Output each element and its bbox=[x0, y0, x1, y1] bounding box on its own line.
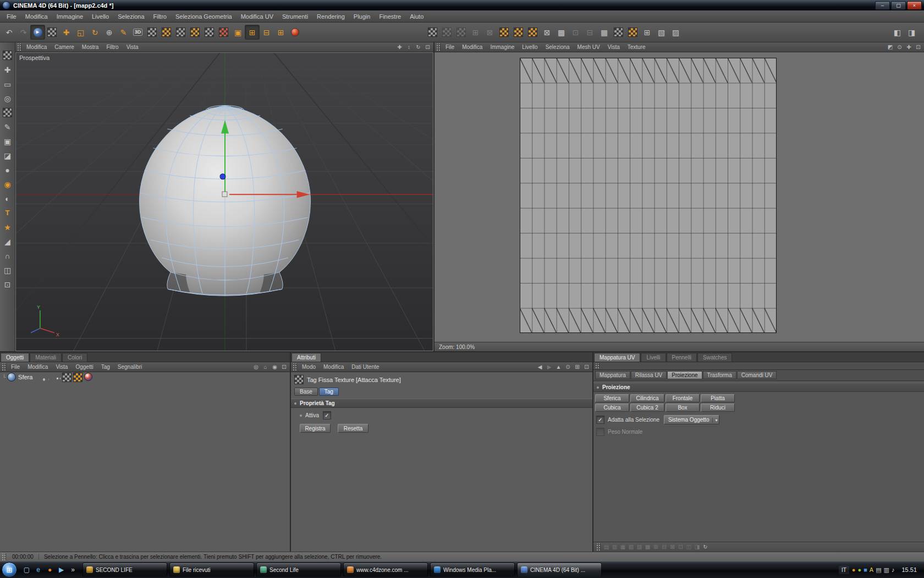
uv-expand-icon[interactable]: ▩ bbox=[554, 25, 568, 39]
tab-colori[interactable]: Colori bbox=[62, 353, 87, 362]
pan-uv-icon[interactable]: ✚ bbox=[905, 43, 913, 51]
nav-back-icon[interactable]: ◀ bbox=[536, 363, 544, 371]
redo-icon[interactable]: ↷ bbox=[16, 25, 30, 39]
viewport-canvas[interactable]: Prospettiva bbox=[15, 52, 433, 351]
cubica-2-button[interactable]: Cubica 2 bbox=[630, 403, 664, 412]
task-file-ricevuti[interactable]: File ricevuti bbox=[169, 563, 254, 577]
crop-tool-icon[interactable]: ◫ bbox=[1, 264, 14, 276]
texture-paint-icon[interactable] bbox=[145, 25, 159, 39]
menu-item[interactable]: Finestre bbox=[375, 12, 405, 21]
uv-menu-item[interactable]: Texture bbox=[624, 44, 650, 50]
menu-item[interactable]: Strumenti bbox=[278, 12, 312, 21]
eraser-tool-icon[interactable]: ◪ bbox=[1, 149, 14, 162]
menu-item[interactable]: Filtro bbox=[149, 12, 171, 21]
taskbar-clock[interactable]: 15.51 bbox=[897, 566, 920, 573]
pan-view-icon[interactable]: ✚ bbox=[395, 43, 404, 51]
pattern-stamp-icon[interactable] bbox=[1, 106, 14, 119]
dock-icon[interactable]: ⊡ bbox=[280, 363, 288, 371]
star-shape-icon[interactable]: ★ bbox=[1, 221, 14, 233]
zoom-tool-icon[interactable]: ◎ bbox=[1, 92, 14, 105]
tray-language-icon[interactable]: A bbox=[870, 566, 873, 573]
uv-cmd-e-icon[interactable]: ▨ bbox=[635, 543, 644, 551]
uv-select-poly-icon[interactable] bbox=[497, 25, 511, 39]
frontale-button[interactable]: Frontale bbox=[666, 394, 700, 402]
layout-quad-view-icon[interactable]: ⊞ bbox=[274, 25, 288, 39]
menu-item[interactable]: Aiuto bbox=[405, 12, 428, 21]
box-button[interactable]: Box bbox=[666, 403, 700, 412]
coord-system-icon[interactable]: ⊕ bbox=[102, 25, 116, 39]
rotate-view-icon[interactable]: ↻ bbox=[414, 43, 422, 51]
viewport-menu-item[interactable]: Modifica bbox=[23, 44, 51, 50]
tab-livelli[interactable]: Livelli bbox=[641, 353, 666, 362]
clone-stamp-icon[interactable]: ▣ bbox=[1, 135, 14, 148]
uv-cmd-d-icon[interactable]: ▧ bbox=[627, 543, 635, 551]
object-menu-item[interactable]: File bbox=[7, 364, 24, 370]
object-menu-item[interactable]: Vista bbox=[52, 364, 72, 370]
paint-wizard-icon[interactable] bbox=[174, 25, 188, 39]
tab-swatches[interactable]: Swatches bbox=[697, 353, 732, 362]
uv-refresh-icon[interactable]: ↻ bbox=[701, 543, 710, 551]
tab-base[interactable]: Base bbox=[294, 388, 318, 396]
menu-item[interactable]: Seleziona Geometria bbox=[171, 12, 237, 21]
dock-icon[interactable]: ⊡ bbox=[582, 363, 591, 371]
nav-up-icon[interactable]: ▲ bbox=[554, 363, 563, 371]
ink-drop-icon[interactable]: ● bbox=[1, 163, 14, 176]
viewport-menu-item[interactable]: Mostra bbox=[78, 44, 103, 50]
cmd-comandi-uv[interactable]: Comandi UV bbox=[737, 371, 777, 379]
cilindrica-button[interactable]: Cilindrica bbox=[630, 394, 664, 402]
texture-tag-icon[interactable] bbox=[84, 373, 92, 381]
show-desktop-icon[interactable]: ▢ bbox=[21, 565, 32, 575]
object-menu-item[interactable]: Tag bbox=[97, 364, 114, 370]
sferica-button[interactable]: Sferica bbox=[595, 394, 629, 402]
paint-brush-icon[interactable]: ✎ bbox=[117, 25, 130, 39]
menu-item[interactable]: Rendering bbox=[312, 12, 349, 21]
uv-cmd-f-icon[interactable]: ▩ bbox=[644, 543, 652, 551]
maximize-button[interactable]: ▢ bbox=[891, 1, 906, 10]
uv-cmd-c-icon[interactable]: ▦ bbox=[619, 543, 627, 551]
uv-relax-tool-icon[interactable] bbox=[440, 25, 454, 39]
object-row-sfera[interactable]: └ Sfera bbox=[0, 372, 290, 382]
firefox-icon[interactable]: ● bbox=[45, 565, 55, 575]
uv-invert-icon[interactable]: ⊠ bbox=[540, 25, 554, 39]
task-cinema4d[interactable]: CINEMA 4D (64 Bit) ... bbox=[517, 563, 602, 577]
tab-tag[interactable]: Tag bbox=[319, 388, 339, 396]
lock-icon[interactable]: ⊙ bbox=[564, 363, 572, 371]
nav-forward-icon[interactable]: ▶ bbox=[545, 363, 553, 371]
language-indicator[interactable]: IT bbox=[839, 566, 849, 574]
uv-cmd-h-icon[interactable]: ⊟ bbox=[660, 543, 668, 551]
uv-menu-item[interactable]: Vista bbox=[604, 44, 624, 50]
multibrush-icon[interactable] bbox=[160, 25, 173, 39]
zoom-view-icon[interactable]: ↕ bbox=[405, 43, 413, 51]
uvw-tag-icon[interactable] bbox=[62, 373, 72, 382]
panel-grip[interactable] bbox=[595, 363, 600, 368]
search-icon[interactable]: ◎ bbox=[252, 363, 260, 371]
uv-mesh-icon[interactable] bbox=[426, 25, 439, 39]
menu-item[interactable]: Plugin bbox=[349, 12, 375, 21]
tray-keyboard-icon[interactable]: ▤ bbox=[876, 566, 881, 574]
scale-icon[interactable]: ◱ bbox=[74, 25, 87, 39]
uv-checker-b-icon[interactable] bbox=[626, 25, 640, 39]
resetta-button[interactable]: Resetta bbox=[338, 424, 369, 433]
uv-menu-item[interactable]: File bbox=[442, 44, 458, 50]
snapshot-a-icon[interactable]: ◧ bbox=[890, 25, 904, 39]
menu-item[interactable]: Livello bbox=[87, 12, 113, 21]
colors-icon[interactable] bbox=[217, 25, 230, 39]
visibility-icon[interactable]: ◉ bbox=[271, 363, 279, 371]
cmd-mappatura[interactable]: Mappatura bbox=[595, 371, 630, 379]
uv-menu-item[interactable]: Immagine bbox=[486, 44, 518, 50]
uv-menu-item[interactable]: Mesh UV bbox=[574, 44, 604, 50]
menu-item[interactable]: Modifica bbox=[21, 12, 52, 21]
rect-select-icon[interactable]: ▭ bbox=[1, 78, 14, 90]
menu-item[interactable]: Immagine bbox=[52, 12, 87, 21]
uv-cmd-b-icon[interactable]: ▥ bbox=[610, 543, 619, 551]
pencil-tool-icon[interactable]: ✎ bbox=[1, 121, 14, 133]
cmd-trasforma[interactable]: Trasforma bbox=[703, 371, 736, 379]
undo-icon[interactable]: ↶ bbox=[2, 25, 16, 39]
cubica-button[interactable]: Cubica bbox=[595, 403, 629, 412]
uv-pin-icon[interactable]: ⊡ bbox=[569, 25, 582, 39]
raybrush-icon[interactable] bbox=[202, 25, 216, 39]
sistema-oggetto-dropdown[interactable]: Sistema Oggetto bbox=[664, 415, 720, 424]
maximize-uv-icon[interactable]: ⊡ bbox=[914, 43, 922, 51]
airbrush-icon[interactable]: ◉ bbox=[1, 178, 14, 190]
rotate-icon[interactable]: ↻ bbox=[88, 25, 102, 39]
